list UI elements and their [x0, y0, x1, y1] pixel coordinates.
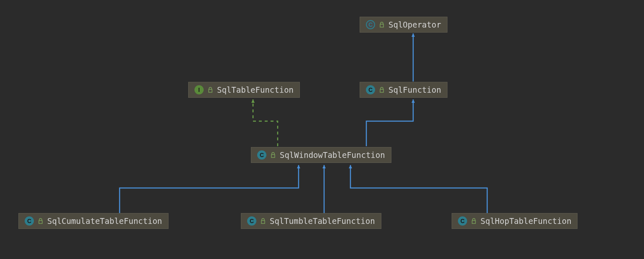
node-sqlfunction[interactable]: C SqlFunction	[360, 82, 447, 98]
node-label: SqlTableFunction	[217, 85, 294, 94]
node-label: SqlHopTableFunction	[480, 216, 571, 226]
class-outline-icon: C	[366, 20, 375, 29]
node-sqloperator[interactable]: C SqlOperator	[360, 17, 447, 33]
node-label: SqlOperator	[388, 20, 441, 29]
edge-sqlwindow-to-sqltablefunction	[253, 99, 278, 146]
node-sqltablefunction[interactable]: I SqlTableFunction	[188, 82, 300, 98]
node-label: SqlTumbleTableFunction	[270, 216, 375, 226]
lock-icon	[271, 152, 276, 158]
node-label: SqlCumulateTableFunction	[47, 216, 162, 226]
lock-icon	[38, 218, 43, 224]
edge-sqlwindow-to-sqlfunction	[366, 99, 413, 146]
class-icon: C	[458, 216, 467, 226]
lock-icon	[379, 87, 384, 93]
node-sqlwindowtablefunction[interactable]: C SqlWindowTableFunction	[251, 147, 391, 163]
node-sqlcumulatetablefunction[interactable]: C SqlCumulateTableFunction	[18, 213, 169, 229]
node-label: SqlFunction	[388, 85, 441, 94]
node-label: SqlWindowTableFunction	[280, 150, 385, 160]
lock-icon	[379, 22, 384, 28]
node-sqlhoptablefunction[interactable]: C SqlHopTableFunction	[452, 213, 578, 229]
edge-cumulate-to-window	[120, 165, 299, 213]
class-icon: C	[366, 85, 375, 94]
lock-icon	[261, 218, 266, 224]
class-icon: C	[257, 150, 266, 160]
class-icon: C	[25, 216, 34, 226]
edge-hop-to-window	[350, 165, 487, 213]
class-icon: C	[247, 216, 256, 226]
node-sqltumbletablefunction[interactable]: C SqlTumbleTableFunction	[241, 213, 381, 229]
interface-icon: I	[194, 85, 204, 94]
lock-icon	[471, 218, 476, 224]
lock-icon	[208, 87, 213, 93]
